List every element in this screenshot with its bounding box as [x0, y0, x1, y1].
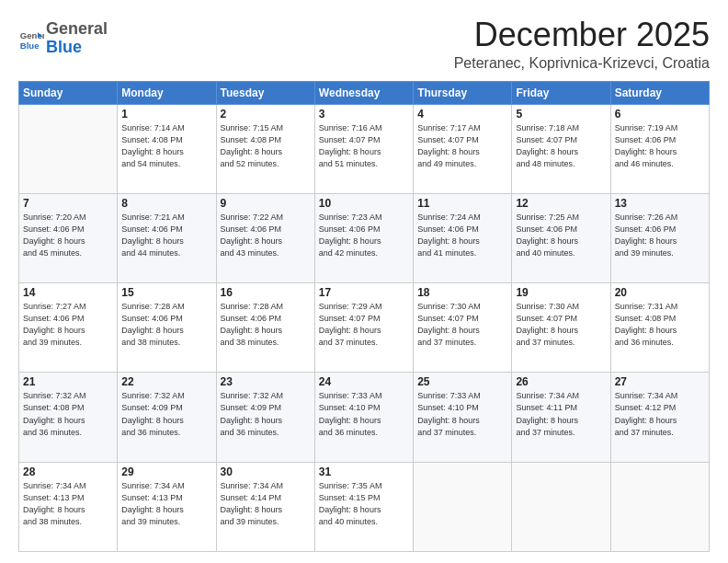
day-number: 25: [417, 375, 507, 388]
calendar-week-5: 28Sunrise: 7:34 AM Sunset: 4:13 PM Dayli…: [19, 462, 710, 551]
day-number: 15: [121, 286, 211, 299]
day-info: Sunrise: 7:32 AM Sunset: 4:08 PM Dayligh…: [23, 390, 113, 438]
calendar-cell: 27Sunrise: 7:34 AM Sunset: 4:12 PM Dayli…: [610, 373, 709, 462]
calendar-cell: 7Sunrise: 7:20 AM Sunset: 4:06 PM Daylig…: [19, 193, 118, 282]
calendar-cell: [19, 104, 118, 193]
day-header-wednesday: Wednesday: [314, 81, 413, 104]
day-info: Sunrise: 7:22 AM Sunset: 4:06 PM Dayligh…: [221, 212, 311, 259]
calendar-cell: 4Sunrise: 7:17 AM Sunset: 4:07 PM Daylig…: [414, 104, 512, 193]
calendar-cell: 1Sunrise: 7:14 AM Sunset: 4:08 PM Daylig…: [118, 104, 216, 193]
day-info: Sunrise: 7:34 AM Sunset: 4:13 PM Dayligh…: [23, 480, 113, 528]
calendar-cell: 25Sunrise: 7:33 AM Sunset: 4:10 PM Dayli…: [414, 373, 512, 462]
day-number: 6: [615, 108, 705, 121]
day-number: 18: [417, 286, 507, 299]
day-info: Sunrise: 7:15 AM Sunset: 4:08 PM Dayligh…: [221, 122, 311, 170]
title-section: December 2025 Peteranec, Koprivnica-Kriz…: [454, 17, 710, 72]
logo-blue: Blue: [46, 38, 82, 56]
calendar-cell: [414, 462, 512, 551]
day-header-sunday: Sunday: [19, 81, 118, 104]
day-info: Sunrise: 7:17 AM Sunset: 4:07 PM Dayligh…: [417, 122, 507, 170]
day-number: 2: [221, 108, 311, 121]
day-info: Sunrise: 7:28 AM Sunset: 4:06 PM Dayligh…: [221, 301, 311, 349]
calendar-page: General Blue General Blue December 2025 …: [0, 0, 728, 563]
calendar-cell: 22Sunrise: 7:32 AM Sunset: 4:09 PM Dayli…: [118, 373, 216, 462]
day-info: Sunrise: 7:24 AM Sunset: 4:06 PM Dayligh…: [417, 212, 507, 259]
day-info: Sunrise: 7:30 AM Sunset: 4:07 PM Dayligh…: [516, 301, 606, 349]
calendar-cell: 31Sunrise: 7:35 AM Sunset: 4:15 PM Dayli…: [314, 462, 413, 551]
day-info: Sunrise: 7:34 AM Sunset: 4:13 PM Dayligh…: [121, 480, 211, 528]
day-number: 1: [121, 108, 211, 121]
day-header-tuesday: Tuesday: [216, 81, 314, 104]
month-year: December 2025: [454, 17, 710, 53]
calendar-cell: 19Sunrise: 7:30 AM Sunset: 4:07 PM Dayli…: [512, 283, 610, 373]
logo-icon: General Blue: [18, 26, 44, 52]
day-info: Sunrise: 7:21 AM Sunset: 4:06 PM Dayligh…: [121, 212, 211, 259]
day-info: Sunrise: 7:30 AM Sunset: 4:07 PM Dayligh…: [417, 301, 507, 349]
day-info: Sunrise: 7:34 AM Sunset: 4:12 PM Dayligh…: [615, 390, 705, 438]
calendar-cell: 26Sunrise: 7:34 AM Sunset: 4:11 PM Dayli…: [512, 373, 610, 462]
day-number: 24: [319, 375, 409, 388]
day-number: 17: [319, 286, 409, 299]
calendar-cell: 30Sunrise: 7:34 AM Sunset: 4:14 PM Dayli…: [216, 462, 314, 551]
calendar-cell: 24Sunrise: 7:33 AM Sunset: 4:10 PM Dayli…: [314, 373, 413, 462]
day-info: Sunrise: 7:27 AM Sunset: 4:06 PM Dayligh…: [23, 301, 113, 349]
day-number: 7: [23, 197, 113, 210]
day-number: 28: [23, 465, 113, 478]
day-number: 31: [319, 465, 409, 478]
day-info: Sunrise: 7:32 AM Sunset: 4:09 PM Dayligh…: [221, 390, 311, 438]
logo-text: General Blue: [46, 20, 108, 57]
calendar-cell: 20Sunrise: 7:31 AM Sunset: 4:08 PM Dayli…: [610, 283, 709, 373]
day-info: Sunrise: 7:25 AM Sunset: 4:06 PM Dayligh…: [516, 212, 606, 259]
day-number: 5: [516, 108, 606, 121]
day-number: 8: [121, 197, 211, 210]
day-header-thursday: Thursday: [414, 81, 512, 104]
day-number: 21: [23, 375, 113, 388]
calendar-cell: 8Sunrise: 7:21 AM Sunset: 4:06 PM Daylig…: [118, 193, 216, 282]
day-number: 27: [615, 375, 705, 388]
calendar-cell: 17Sunrise: 7:29 AM Sunset: 4:07 PM Dayli…: [314, 283, 413, 373]
day-info: Sunrise: 7:31 AM Sunset: 4:08 PM Dayligh…: [615, 301, 705, 349]
day-info: Sunrise: 7:26 AM Sunset: 4:06 PM Dayligh…: [615, 212, 705, 259]
calendar-cell: 15Sunrise: 7:28 AM Sunset: 4:06 PM Dayli…: [118, 283, 216, 373]
day-number: 3: [319, 108, 409, 121]
logo-general: General: [46, 19, 108, 38]
calendar-cell: 6Sunrise: 7:19 AM Sunset: 4:06 PM Daylig…: [610, 104, 709, 193]
day-number: 10: [319, 197, 409, 210]
calendar-cell: 21Sunrise: 7:32 AM Sunset: 4:08 PM Dayli…: [19, 373, 118, 462]
day-info: Sunrise: 7:32 AM Sunset: 4:09 PM Dayligh…: [121, 390, 211, 438]
day-header-monday: Monday: [118, 81, 216, 104]
day-info: Sunrise: 7:18 AM Sunset: 4:07 PM Dayligh…: [516, 122, 606, 170]
day-info: Sunrise: 7:14 AM Sunset: 4:08 PM Dayligh…: [121, 122, 211, 170]
day-info: Sunrise: 7:29 AM Sunset: 4:07 PM Dayligh…: [319, 301, 409, 349]
day-number: 12: [516, 197, 606, 210]
logo: General Blue General Blue: [18, 20, 108, 57]
day-number: 22: [121, 375, 211, 388]
day-info: Sunrise: 7:16 AM Sunset: 4:07 PM Dayligh…: [319, 122, 409, 170]
calendar-cell: 14Sunrise: 7:27 AM Sunset: 4:06 PM Dayli…: [19, 283, 118, 373]
calendar-cell: [512, 462, 610, 551]
day-number: 13: [615, 197, 705, 210]
day-number: 20: [615, 286, 705, 299]
day-number: 23: [221, 375, 311, 388]
day-info: Sunrise: 7:19 AM Sunset: 4:06 PM Dayligh…: [615, 122, 705, 170]
day-number: 16: [221, 286, 311, 299]
day-info: Sunrise: 7:34 AM Sunset: 4:11 PM Dayligh…: [516, 390, 606, 438]
calendar-cell: 18Sunrise: 7:30 AM Sunset: 4:07 PM Dayli…: [414, 283, 512, 373]
calendar-cell: 23Sunrise: 7:32 AM Sunset: 4:09 PM Dayli…: [216, 373, 314, 462]
day-info: Sunrise: 7:35 AM Sunset: 4:15 PM Dayligh…: [319, 480, 409, 528]
calendar-cell: 10Sunrise: 7:23 AM Sunset: 4:06 PM Dayli…: [314, 193, 413, 282]
day-number: 11: [417, 197, 507, 210]
calendar-cell: 5Sunrise: 7:18 AM Sunset: 4:07 PM Daylig…: [512, 104, 610, 193]
calendar-week-3: 14Sunrise: 7:27 AM Sunset: 4:06 PM Dayli…: [19, 283, 710, 373]
day-info: Sunrise: 7:34 AM Sunset: 4:14 PM Dayligh…: [221, 480, 311, 528]
day-info: Sunrise: 7:28 AM Sunset: 4:06 PM Dayligh…: [121, 301, 211, 349]
day-header-friday: Friday: [512, 81, 610, 104]
calendar-cell: [610, 462, 709, 551]
calendar-cell: 2Sunrise: 7:15 AM Sunset: 4:08 PM Daylig…: [216, 104, 314, 193]
calendar-table: SundayMondayTuesdayWednesdayThursdayFrid…: [18, 81, 710, 552]
calendar-cell: 3Sunrise: 7:16 AM Sunset: 4:07 PM Daylig…: [314, 104, 413, 193]
header: General Blue General Blue December 2025 …: [18, 17, 710, 72]
day-info: Sunrise: 7:23 AM Sunset: 4:06 PM Dayligh…: [319, 212, 409, 259]
day-info: Sunrise: 7:33 AM Sunset: 4:10 PM Dayligh…: [417, 390, 507, 438]
day-number: 26: [516, 375, 606, 388]
